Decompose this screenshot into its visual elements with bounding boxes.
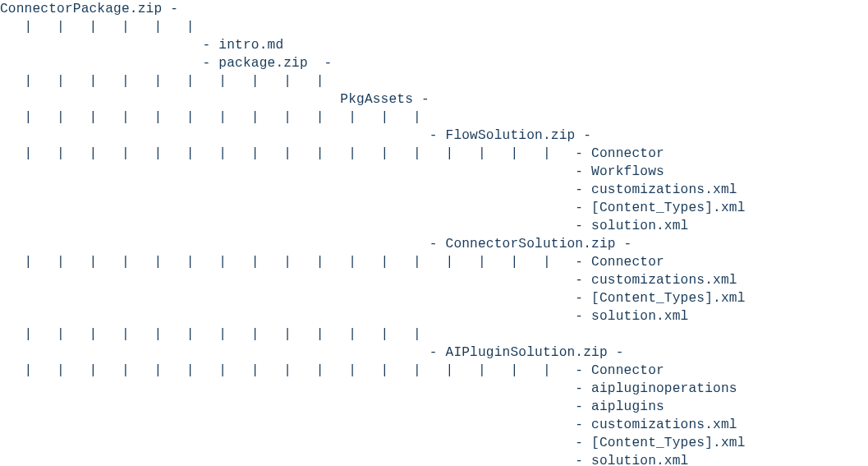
node-conn-solutionxml: solution.xml (591, 309, 688, 324)
node-flowsolution: FlowSolution.zip (446, 128, 576, 143)
node-conn-connector: Connector (591, 255, 664, 270)
node-ai-ops: aipluginoperations (591, 381, 737, 396)
node-flow-workflows: Workflows (591, 164, 664, 179)
node-flow-connector: Connector (591, 146, 664, 161)
node-intro: intro.md (218, 38, 283, 53)
node-ai-plugins: aiplugins (591, 399, 664, 414)
node-conn-customizations: customizations.xml (591, 273, 737, 288)
node-conn-contenttypes: [Content_Types].xml (591, 291, 745, 306)
node-ai-connector: Connector (591, 363, 664, 378)
node-root: ConnectorPackage.zip (0, 2, 162, 16)
node-ai-solutionxml: solution.xml (591, 454, 688, 466)
node-aipluginsolution: AIPluginSolution.zip (446, 345, 608, 360)
node-flow-solutionxml: solution.xml (591, 219, 688, 233)
node-connectorsolution: ConnectorSolution.zip (446, 237, 616, 251)
node-ai-contenttypes: [Content_Types].xml (591, 436, 745, 450)
node-packagezip: package.zip (218, 56, 308, 71)
node-pkgassets: PkgAssets (340, 92, 413, 107)
node-flow-contenttypes: [Content_Types].xml (591, 201, 745, 215)
node-flow-customizations: customizations.xml (591, 182, 737, 197)
node-ai-customizations: customizations.xml (591, 418, 737, 432)
tree-diagram: ConnectorPackage.zip - | | | | | | - int… (0, 0, 868, 466)
